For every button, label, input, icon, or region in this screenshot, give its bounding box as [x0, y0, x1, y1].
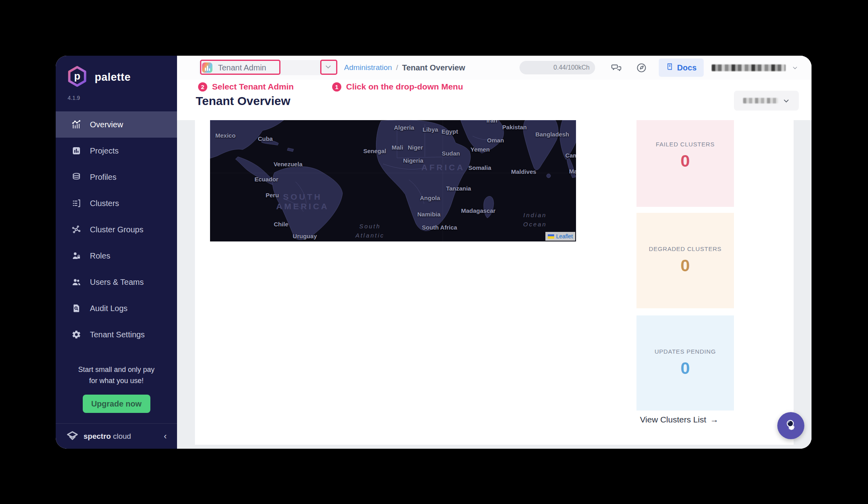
- chart-line-icon: [72, 120, 81, 129]
- chevron-down-icon[interactable]: [325, 63, 332, 72]
- annotation-step-1: 1 Click on the drop-down Menu: [332, 82, 463, 91]
- annotation-step-1-badge: 1: [332, 82, 341, 91]
- annotation-step-2-text: Select Tenant Admin: [212, 82, 294, 91]
- compass-explore-icon[interactable]: [636, 62, 647, 73]
- usage-quota-badge: 0.44/100kCh: [520, 61, 595, 74]
- sidebar-item-label: Cluster Groups: [90, 225, 144, 234]
- page-title: Tenant Overview: [196, 94, 290, 108]
- spectro-cloud-wordmark: spectro cloud: [84, 432, 131, 441]
- map-continents: [210, 120, 576, 241]
- tenant-admin-icon: [202, 62, 212, 73]
- sidebar-item-label: Projects: [90, 146, 119, 156]
- brand-name: palette: [95, 71, 131, 84]
- annotation-step-1-text: Click on the drop-down Menu: [346, 82, 463, 91]
- sidebar-footer: spectro cloud ‹: [56, 423, 177, 449]
- sidebar-item-overview[interactable]: Overview: [56, 111, 177, 138]
- svg-text:p: p: [74, 70, 80, 82]
- sidebar-item-roles[interactable]: Roles: [56, 243, 177, 269]
- arrow-right-icon: →: [710, 415, 718, 424]
- sidebar-collapse-icon[interactable]: ‹: [164, 431, 167, 442]
- card-value: 0: [681, 359, 690, 378]
- topbar-right-group: 0.44/100kCh: [520, 58, 798, 77]
- sidebar-nav: OverviewProjectsProfilesClustersCluster …: [56, 111, 177, 348]
- chat-feedback-icon[interactable]: [611, 62, 622, 73]
- app-window: p palette 4.1.9 OverviewProjectsProfiles…: [56, 56, 812, 449]
- cluster-list-icon: [72, 198, 81, 208]
- sidebar-item-audit-logs[interactable]: Audit Logs: [56, 295, 177, 321]
- page-content: 2 Select Tenant Admin 1 Click on the dro…: [177, 80, 812, 449]
- ukraine-flag-icon: [548, 234, 554, 239]
- scope-selector-label: Tenant Admin: [218, 63, 266, 72]
- portal-name-redacted: [743, 98, 778, 103]
- sidebar-item-cluster-groups[interactable]: Cluster Groups: [56, 216, 177, 243]
- leaflet-attribution-link[interactable]: Leaflet: [556, 233, 573, 239]
- users-icon: [72, 277, 81, 287]
- card-value: 0: [681, 256, 690, 275]
- card-label: DEGRADED CLUSTERS: [649, 245, 722, 252]
- breadcrumb-separator: /: [396, 63, 398, 72]
- docs-button-label: Docs: [677, 63, 697, 72]
- docs-button[interactable]: Docs: [659, 58, 704, 77]
- sidebar-item-label: Overview: [90, 120, 123, 129]
- topbar: Tenant Admin Administration / Tenant Ove…: [177, 56, 812, 80]
- scope-selector-dropdown[interactable]: Tenant Admin: [199, 60, 337, 75]
- sidebar-item-label: Roles: [90, 251, 110, 261]
- annotation-step-2-badge: 2: [198, 82, 207, 91]
- card-updates-pending: UPDATES PENDING0: [636, 315, 734, 411]
- promo-text-line2: for what you use!: [66, 376, 167, 387]
- sidebar-item-tenant-settings[interactable]: Tenant Settings: [56, 321, 177, 348]
- overview-panel: MexicoCubaSenegalVenezuelaEcuadorPeruChi…: [195, 120, 794, 445]
- astronaut-icon: [784, 418, 798, 434]
- layers-icon: [72, 172, 81, 182]
- sidebar-item-clusters[interactable]: Clusters: [56, 190, 177, 216]
- book-icon: [666, 63, 673, 72]
- spectro-cloud-logo-icon: [66, 429, 79, 444]
- assistant-fab-button[interactable]: [777, 412, 804, 439]
- sidebar-item-users-teams[interactable]: Users & Teams: [56, 269, 177, 295]
- sidebar-item-label: Audit Logs: [90, 304, 128, 313]
- annotation-step-2: 2 Select Tenant Admin: [198, 82, 294, 91]
- breadcrumb-current: Tenant Overview: [402, 63, 465, 72]
- world-map[interactable]: MexicoCubaSenegalVenezuelaEcuadorPeruChi…: [210, 120, 576, 241]
- bar-chart-icon: [72, 146, 81, 156]
- view-clusters-list-link[interactable]: View Clusters List→: [631, 415, 728, 424]
- breadcrumb: Administration / Tenant Overview: [344, 63, 465, 72]
- sidebar-item-label: Profiles: [90, 173, 117, 182]
- network-icon: [72, 225, 81, 234]
- card-label: UPDATES PENDING: [654, 348, 716, 355]
- sidebar-item-profiles[interactable]: Profiles: [56, 164, 177, 190]
- sidebar-item-label: Users & Teams: [90, 278, 144, 287]
- app-version: 4.1.9: [68, 95, 177, 101]
- main-area: Tenant Admin Administration / Tenant Ove…: [177, 56, 812, 449]
- user-lock-icon: [72, 251, 81, 261]
- promo-text-line1: Start small and only pay: [66, 364, 167, 376]
- gear-icon: [72, 330, 81, 339]
- upgrade-promo: Start small and only pay for what you us…: [56, 364, 177, 423]
- brand: p palette: [56, 56, 177, 89]
- sidebar: p palette 4.1.9 OverviewProjectsProfiles…: [56, 56, 177, 449]
- sidebar-item-label: Clusters: [90, 199, 119, 208]
- upgrade-now-button[interactable]: Upgrade now: [83, 395, 150, 413]
- card-degraded-clusters: DEGRADED CLUSTERS0: [636, 213, 734, 308]
- user-menu-chevron-icon[interactable]: [792, 65, 798, 71]
- palette-logo-icon: p: [66, 65, 88, 89]
- card-value: 0: [681, 152, 690, 171]
- sidebar-item-label: Tenant Settings: [90, 330, 145, 339]
- sidebar-item-projects[interactable]: Projects: [56, 138, 177, 164]
- portal-selector-dropdown[interactable]: [734, 91, 799, 111]
- audit-doc-icon: [72, 304, 81, 313]
- breadcrumb-administration-link[interactable]: Administration: [344, 63, 392, 72]
- card-label: FAILED CLUSTERS: [656, 141, 715, 148]
- map-attribution: Leaflet: [545, 232, 575, 241]
- card-failed-clusters: FAILED CLUSTERS0: [636, 120, 734, 207]
- scroll-region: MexicoCubaSenegalVenezuelaEcuadorPeruChi…: [177, 120, 812, 449]
- user-name-redacted[interactable]: [712, 64, 786, 71]
